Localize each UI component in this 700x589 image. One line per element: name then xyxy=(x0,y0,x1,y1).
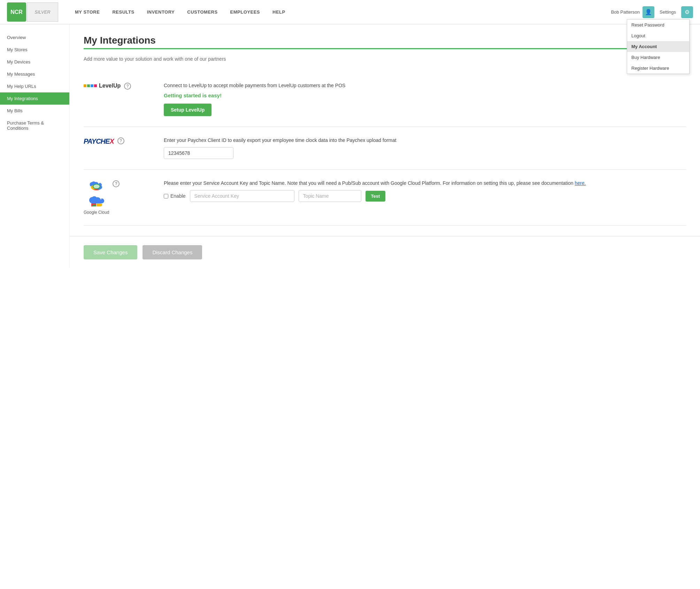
levelup-sq1 xyxy=(84,84,86,87)
footer-bar: Save Changes Discard Changes xyxy=(70,236,700,268)
enable-checkbox[interactable] xyxy=(164,194,168,198)
enable-text: Enable xyxy=(170,193,186,199)
levelup-sq3 xyxy=(91,84,93,87)
user-name[interactable]: Bob Patterson xyxy=(611,9,640,15)
levelup-sq2 xyxy=(87,84,90,87)
test-button[interactable]: Test xyxy=(366,191,386,202)
sidebar-item-purchase-terms[interactable]: Purchase Terms & Conditions xyxy=(0,117,69,134)
nav-results[interactable]: RESULTS xyxy=(106,0,140,24)
logo-area: NCR SILVER xyxy=(7,2,58,22)
dropdown-register-hardware[interactable]: Register Hardware xyxy=(627,63,689,74)
levelup-right: Connect to LevelUp to accept mobile paym… xyxy=(164,83,686,116)
levelup-section: LevelUp ? Connect to LevelUp to accept m… xyxy=(84,72,686,127)
enable-label[interactable]: Enable xyxy=(164,193,186,199)
levelup-getting-started: Getting started is easy! xyxy=(164,92,686,98)
levelup-sq4 xyxy=(94,84,97,87)
paychex-section: PAYCHEX ? Enter your Paychex Client ID t… xyxy=(84,127,686,170)
nav-help[interactable]: HELP xyxy=(266,0,292,24)
google-cloud-left: Google Cloud ? xyxy=(84,180,153,215)
paychex-client-id-input[interactable] xyxy=(164,147,233,159)
page-subtitle: Add more value to your solution and work… xyxy=(84,56,686,62)
levelup-description: Connect to LevelUp to accept mobile paym… xyxy=(164,83,686,88)
google-cloud-help-icon[interactable]: ? xyxy=(113,180,120,187)
content: My Integrations Add more value to your s… xyxy=(70,24,700,236)
sidebar-item-my-messages[interactable]: My Messages xyxy=(0,68,69,80)
levelup-logo: LevelUp xyxy=(84,83,121,89)
settings-label[interactable]: Settings xyxy=(660,9,676,15)
user-icon[interactable]: 👤 xyxy=(643,6,654,18)
google-cloud-logo-area: Google Cloud xyxy=(84,180,109,215)
levelup-left: LevelUp ? xyxy=(84,83,153,116)
ncr-logo[interactable]: NCR xyxy=(7,2,26,22)
dropdown-my-account[interactable]: My Account xyxy=(627,41,689,52)
google-cloud-right: Please enter your Service Account Key an… xyxy=(164,180,686,215)
paychex-left: PAYCHEX ? xyxy=(84,137,153,159)
user-dropdown: Reset Password Logout My Account Buy Har… xyxy=(627,19,690,74)
header-right: Bob Patterson 👤 Settings ⚙ xyxy=(611,6,693,18)
paychex-description: Enter your Paychex Client ID to easily e… xyxy=(164,137,686,143)
google-cloud-name: Google Cloud xyxy=(84,210,109,215)
silver-logo: SILVER xyxy=(27,2,58,22)
svg-point-4 xyxy=(93,184,100,188)
levelup-help-icon[interactable]: ? xyxy=(124,83,131,90)
dropdown-reset-password[interactable]: Reset Password xyxy=(627,20,689,30)
sidebar-item-my-devices[interactable]: My Devices xyxy=(0,56,69,68)
main-layout: Overview My Stores My Devices My Message… xyxy=(0,24,700,268)
settings-icon[interactable]: ⚙ xyxy=(681,6,693,18)
nav-employees[interactable]: EMPLOYEES xyxy=(224,0,266,24)
sidebar-item-my-stores[interactable]: My Stores xyxy=(0,44,69,56)
paychex-right: Enter your Paychex Client ID to easily e… xyxy=(164,137,686,159)
nav-bar: MY STORE RESULTS INVENTORY CUSTOMERS EMP… xyxy=(69,0,611,24)
sidebar: Overview My Stores My Devices My Message… xyxy=(0,24,70,268)
dropdown-buy-hardware[interactable]: Buy Hardware xyxy=(627,52,689,63)
google-cloud-description: Please enter your Service Account Key an… xyxy=(164,180,686,186)
page-title: My Integrations xyxy=(84,35,686,46)
nav-my-store[interactable]: MY STORE xyxy=(69,0,106,24)
levelup-name: LevelUp xyxy=(99,83,121,89)
user-area: Bob Patterson 👤 xyxy=(611,6,654,18)
google-cloud-section: Google Cloud ? Please enter your Service… xyxy=(84,170,686,226)
google-cloud-svg-icon xyxy=(88,180,105,194)
levelup-squares xyxy=(84,84,97,87)
header: NCR SILVER MY STORE RESULTS INVENTORY CU… xyxy=(0,0,700,24)
google-cloud-colored-icon xyxy=(84,195,109,209)
service-account-key-input[interactable] xyxy=(190,190,294,202)
paychex-help-icon[interactable]: ? xyxy=(117,137,124,144)
discard-changes-button[interactable]: Discard Changes xyxy=(143,245,202,259)
save-changes-button[interactable]: Save Changes xyxy=(84,245,137,259)
title-underline xyxy=(84,48,686,49)
nav-customers[interactable]: CUSTOMERS xyxy=(181,0,224,24)
dropdown-logout[interactable]: Logout xyxy=(627,30,689,41)
svg-rect-5 xyxy=(93,205,96,206)
sidebar-item-my-bills[interactable]: My Bills xyxy=(0,105,69,117)
nav-inventory[interactable]: INVENTORY xyxy=(141,0,181,24)
google-cloud-controls: Enable Test xyxy=(164,190,686,202)
setup-levelup-button[interactable]: Setup LevelUp xyxy=(164,104,211,116)
sidebar-item-my-integrations[interactable]: My Integrations xyxy=(0,92,69,105)
sidebar-item-overview[interactable]: Overview xyxy=(0,31,69,44)
topic-name-input[interactable] xyxy=(299,190,361,202)
paychex-logo: PAYCHEX xyxy=(84,137,114,145)
google-cloud-doc-link[interactable]: here. xyxy=(575,180,586,186)
content-area: My Integrations Add more value to your s… xyxy=(70,24,700,268)
sidebar-item-my-help-urls[interactable]: My Help URLs xyxy=(0,80,69,92)
